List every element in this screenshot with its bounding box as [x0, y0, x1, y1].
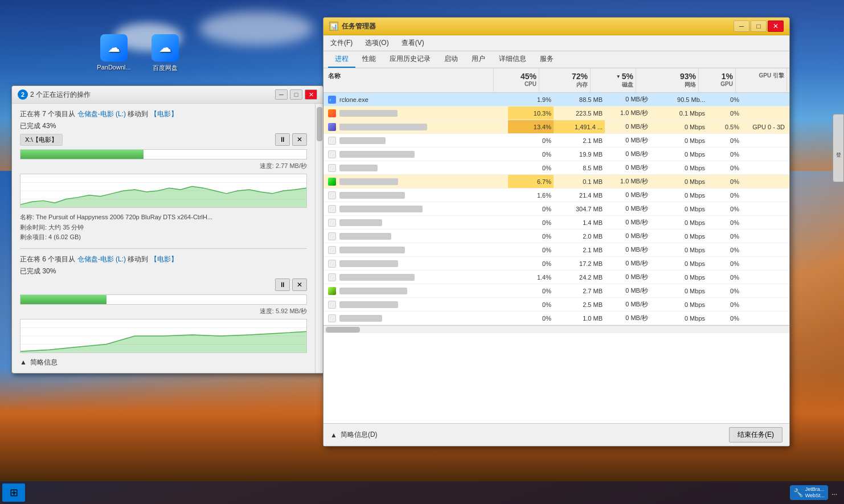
network-cell: 0 Mbps [650, 147, 707, 161]
op2-pause-button[interactable]: ⏸ [275, 278, 290, 291]
memory-label: 内存 [542, 81, 588, 89]
tab-startup[interactable]: 启动 [437, 51, 465, 68]
table-row[interactable]: ████████ 1.4% 24.2 MB 0 MB/秒 0 Mbps 0% [323, 271, 789, 284]
task-manager-footer: ▲ 简略信息(D) 结束任务(E) [323, 423, 789, 446]
tab-performance[interactable]: 性能 [355, 51, 383, 68]
network-cell: 0 Mbps [650, 202, 707, 215]
network-cell: 0.1 Mbps [650, 106, 707, 120]
process-icon [328, 178, 336, 186]
network-cell: 0 Mbps [650, 312, 707, 325]
end-task-button[interactable]: 结束任务(E) [729, 427, 782, 442]
process-icon [328, 273, 336, 281]
op1-close-button[interactable]: ✕ [292, 133, 307, 146]
table-row[interactable]: ████████ 10.3% 223.5 MB 1.0 MB/秒 0.1 Mbp… [323, 106, 789, 120]
jetbrains-label: JetBra... WebSt... [805, 486, 825, 499]
cpu-cell: 0% [508, 134, 554, 147]
tm-close-button[interactable]: ✕ [768, 21, 784, 32]
process-name-cell: ██████ [326, 175, 508, 188]
col-name[interactable]: 名称 [326, 68, 494, 92]
table-row[interactable]: █████████ 0% 304.7 MB 0 MB/秒 0 Mbps 0% [323, 202, 789, 216]
blurred-name: ████████ [339, 151, 415, 158]
blurred-name: ████ [339, 137, 386, 144]
gpu-cell: 0% [707, 161, 741, 174]
col-gpu-engine[interactable]: GPU 引擎 [736, 68, 787, 92]
process-icon [328, 219, 336, 227]
blurred-name: █████ [339, 233, 391, 240]
tm-maximize-button[interactable]: □ [751, 21, 767, 32]
col-disk[interactable]: ▼ 5% 磁盘 [591, 68, 636, 92]
table-row[interactable]: ██████ 6.7% 0.1 MB 1.0 MB/秒 0 Mbps 0% [323, 175, 789, 189]
tab-users[interactable]: 用户 [465, 51, 492, 68]
table-row[interactable]: ███ 0% 8.5 MB 0 MB/秒 0 Mbps 0% [323, 161, 789, 175]
process-list[interactable]: r rclone.exe 1.9% 88.5 MB 0 MB/秒 90.5 Mb… [323, 93, 789, 423]
table-row[interactable]: ████████████ 13.4% 1,491.4 ... 0 MB/秒 0 … [323, 120, 789, 134]
collapse-button[interactable]: ▲ 简略信息 [20, 358, 307, 367]
cpu-cell: 0% [508, 257, 554, 270]
tm-minimize-button[interactable]: ─ [734, 21, 749, 32]
gpu-engine-cell [741, 106, 787, 120]
cpu-cell: 0% [508, 147, 554, 161]
memory-cell: 223.5 MB [554, 106, 605, 120]
task-manager-tabs: 进程 性能 应用历史记录 启动 用户 详细信息 服务 [323, 51, 789, 68]
footer-collapse[interactable]: ▲ 简略信息(D) [330, 430, 378, 440]
col-cpu[interactable]: 45% CPU [494, 68, 539, 92]
process-name-cell: ██████ [326, 257, 508, 270]
op1-chart [20, 174, 307, 208]
op1-pause-button[interactable]: ⏸ [275, 133, 290, 146]
op1-file-info: 名称: The Pursuit of Happyness 2006 720p B… [20, 212, 307, 243]
clock: ... [831, 489, 837, 497]
gpu-engine-cell [741, 93, 787, 106]
table-row[interactable]: ███████ 0% 2.7 MB 0 MB/秒 0 Mbps 0% [323, 284, 789, 298]
menu-options[interactable]: 选项(O) [363, 37, 391, 49]
desktop-icon-pandownload[interactable]: ☁ PanDownl... [91, 34, 137, 71]
table-row[interactable]: r rclone.exe 1.9% 88.5 MB 0 MB/秒 90.5 Mb… [323, 93, 789, 106]
network-cell: 0 Mbps [650, 243, 707, 256]
menu-file[interactable]: 文件(F) [328, 37, 355, 49]
table-row[interactable]: █████ 0% 2.0 MB 0 MB/秒 0 Mbps 0% [323, 230, 789, 243]
tab-details[interactable]: 详细信息 [492, 51, 533, 68]
close-button[interactable]: ✕ [305, 89, 317, 100]
jetbrains-taskbar-icon[interactable]: 🔧 JetBra... WebSt... [790, 485, 828, 500]
table-row[interactable]: ██████ 0% 17.2 MB 0 MB/秒 0 Mbps 0% [323, 257, 789, 271]
maximize-button[interactable]: □ [290, 89, 302, 100]
start-button[interactable]: ⊞ [2, 483, 25, 502]
tab-processes[interactable]: 进程 [328, 51, 355, 68]
col-gpu[interactable]: 1% GPU [699, 68, 736, 92]
collapse-details-label: 简略信息(D) [341, 430, 378, 440]
table-row[interactable]: ██████ 0% 2.5 MB 0 MB/秒 0 Mbps 0% [323, 298, 789, 312]
op2-progress-fill [21, 295, 106, 304]
table-row[interactable]: ████ 0% 1.0 MB 0 MB/秒 0 Mbps 0% [323, 312, 789, 325]
col-memory[interactable]: 72% 内存 [539, 68, 591, 92]
right-panel[interactable]: 登 [833, 114, 844, 182]
tm-title-left: 📊 任务管理器 [329, 22, 376, 31]
col-network[interactable]: 93% 网络 [636, 68, 699, 92]
h-scroll-thumb[interactable] [326, 327, 360, 333]
table-row[interactable]: ███████ 1.6% 21.4 MB 0 MB/秒 0 Mbps 0% [323, 189, 789, 202]
menu-view[interactable]: 查看(V) [399, 37, 427, 49]
desktop-icon-baiduyun[interactable]: ☁ 百度网盘 [142, 34, 188, 72]
tm-title-text: 任务管理器 [342, 22, 376, 31]
horizontal-scrollbar[interactable] [323, 325, 789, 333]
gpu-cell: 0% [707, 202, 741, 215]
network-cell: 0 Mbps [650, 161, 707, 174]
gpu-cell: 0% [707, 106, 741, 120]
blurred-name: █████████ [339, 206, 423, 212]
tab-app-history[interactable]: 应用历史记录 [383, 51, 437, 68]
table-row[interactable]: ███████ 0% 2.1 MB 0 MB/秒 0 Mbps 0% [323, 243, 789, 257]
table-row[interactable]: ████ 0% 1.4 MB 0 MB/秒 0 Mbps 0% [323, 216, 789, 230]
process-name-cell: ████ [326, 134, 508, 147]
cpu-usage: 45% [496, 72, 536, 81]
table-row[interactable]: ████ 0% 2.1 MB 0 MB/秒 0 Mbps 0% [323, 134, 789, 147]
process-icon [328, 260, 336, 268]
memory-cell: 2.5 MB [554, 298, 605, 311]
task-manager-titlebar: 📊 任务管理器 ─ □ ✕ [323, 18, 789, 35]
file-op-titlebar: 2 2 个正在运行的操作 ─ □ ✕ [12, 86, 323, 104]
blurred-name: ██████ [339, 260, 398, 267]
scroll-thumb[interactable] [317, 107, 322, 141]
table-row[interactable]: ████████ 0% 19.9 MB 0 MB/秒 0 Mbps 0% [323, 147, 789, 161]
window-scrollbar[interactable] [315, 104, 323, 373]
tab-services[interactable]: 服务 [533, 51, 560, 68]
minimize-button[interactable]: ─ [275, 89, 288, 100]
disk-cell: 0 MB/秒 [605, 243, 650, 256]
op2-close-button[interactable]: ✕ [292, 278, 307, 291]
